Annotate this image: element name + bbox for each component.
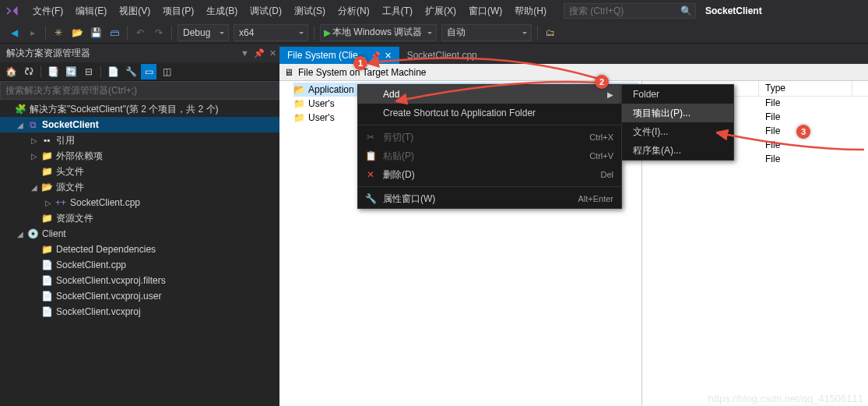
annotation-2: 2 — [595, 75, 609, 89]
folder-icon: 📁 — [293, 98, 305, 109]
view-class-button[interactable]: ◫ — [159, 64, 174, 79]
cm-label: 粘贴(P) — [383, 150, 414, 163]
save-button[interactable]: 💾 — [87, 24, 104, 41]
wrench-icon: 🔧 — [364, 193, 377, 204]
pending-button[interactable]: 📑 — [45, 64, 61, 79]
menu-tools[interactable]: 工具(T) — [376, 3, 419, 19]
debug-target-dropdown[interactable]: 自动 — [441, 24, 532, 41]
tab-filesystem[interactable]: File System (Clie... 📌 ✕ — [279, 47, 399, 64]
file-node[interactable]: 📄 SocketClient.cpp — [0, 257, 279, 273]
sub-assembly[interactable]: 程序集(A)... — [622, 141, 733, 160]
menu-window[interactable]: 窗口(W) — [462, 3, 508, 19]
cm-properties[interactable]: 🔧 属性窗口(W) Alt+Enter — [358, 189, 621, 208]
explorer-search[interactable] — [0, 81, 279, 100]
explorer-search-input[interactable] — [5, 85, 274, 96]
explorer-toolbar: 🏠 🗘 📑 🔄 ⊟ 📄 🔧 ▭ ◫ — [0, 62, 279, 81]
preview-button[interactable]: ▭ — [141, 64, 156, 79]
start-debug-button[interactable]: ▶ 本地 Windows 调试器 — [320, 24, 437, 41]
project-icon: ⧉ — [26, 118, 39, 131]
sync-button[interactable]: 🗘 — [21, 64, 37, 79]
menu-help[interactable]: 帮助(H) — [508, 3, 553, 19]
home-button[interactable]: 🏠 — [3, 64, 19, 79]
references-node[interactable]: ▷ ▪▪ 引用 — [0, 132, 279, 148]
node-label: 资源文件 — [56, 212, 93, 225]
close-icon[interactable]: ✕ — [269, 48, 276, 58]
menu-analyze[interactable]: 分析(N) — [332, 3, 376, 19]
folder-icon: 📁 — [40, 165, 53, 178]
node-label: 引用 — [56, 134, 75, 147]
refresh-button[interactable]: 🔄 — [63, 64, 79, 79]
sub-file[interactable]: 文件(I)... — [622, 122, 733, 141]
back-button[interactable]: ◀ — [5, 24, 23, 41]
dropdown-icon[interactable]: ▼ — [241, 48, 249, 58]
cm-add[interactable]: Add ▶ — [358, 85, 621, 104]
tab-cpp[interactable]: SocketClient.cpp — [399, 47, 485, 64]
play-icon: ▶ — [324, 27, 331, 38]
redo-button[interactable]: ↷ — [150, 24, 167, 41]
menu-view[interactable]: 视图(V) — [113, 3, 156, 19]
menu-project[interactable]: 项目(P) — [156, 3, 200, 19]
file-node[interactable]: 📄 SocketClient.vcxproj.filters — [0, 273, 279, 288]
file-node[interactable]: 📄 SocketClient.vcxproj.user — [0, 288, 279, 304]
sub-project-output[interactable]: 项目输出(P)... — [622, 104, 733, 122]
menu-build[interactable]: 生成(B) — [200, 3, 244, 19]
cm-label: Create Shortcut to Application Folder — [383, 108, 536, 118]
menubar: 文件(F) 编辑(E) 视图(V) 项目(P) 生成(B) 调试(D) 测试(S… — [0, 0, 868, 22]
source-file-node[interactable]: ▷ ++ SocketClient.cpp — [0, 195, 279, 210]
context-menu[interactable]: Add ▶ Create Shortcut to Application Fol… — [357, 84, 622, 209]
file-node[interactable]: 📄 SocketClient.vcxproj — [0, 304, 279, 320]
cm-label: 程序集(A)... — [633, 144, 681, 157]
node-label: 外部依赖项 — [56, 150, 103, 163]
collapse-button[interactable]: ⊟ — [81, 64, 97, 79]
cm-label: 剪切(T) — [383, 131, 413, 144]
forward-button[interactable]: ▸ — [24, 24, 41, 41]
folder-icon: 📁 — [293, 112, 305, 123]
col-type[interactable]: Type — [759, 81, 852, 96]
headers-node[interactable]: 📁 头文件 — [0, 164, 279, 179]
menu-debug[interactable]: 调试(D) — [244, 3, 288, 19]
shortcut-text: Ctrl+X — [558, 132, 613, 142]
properties-button[interactable]: 🔧 — [123, 64, 139, 79]
cm-label: 项目输出(P)... — [633, 107, 691, 120]
sub-folder[interactable]: Folder — [622, 85, 733, 104]
node-label: Detected Dependencies — [56, 244, 156, 255]
pin-icon[interactable]: 📌 — [254, 48, 265, 58]
solution-node[interactable]: 🧩 解决方案"SocketClient"(第 2 个项目，共 2 个) — [0, 101, 279, 117]
solution-tree[interactable]: 🧩 解决方案"SocketClient"(第 2 个项目，共 2 个) ◢ ⧉ … — [0, 100, 279, 406]
close-icon[interactable]: ✕ — [385, 51, 392, 61]
undo-button[interactable]: ↶ — [132, 24, 149, 41]
quick-launch[interactable]: 🔍 — [564, 3, 696, 19]
cm-label: 文件(I)... — [633, 125, 668, 139]
menu-test[interactable]: 测试(S) — [288, 3, 332, 19]
show-all-button[interactable]: 📄 — [105, 64, 121, 79]
project-client[interactable]: ◢ 💿 Client — [0, 226, 279, 242]
add-submenu[interactable]: Folder 项目输出(P)... 文件(I)... 程序集(A)... — [621, 84, 734, 161]
annotation-3: 3 — [796, 125, 810, 139]
pin-icon[interactable]: 📌 — [371, 51, 380, 60]
sources-node[interactable]: ◢ 📂 源文件 — [0, 179, 279, 195]
detected-deps-node[interactable]: 📁 Detected Dependencies — [0, 242, 279, 257]
registry-editor-button[interactable]: 🗂 — [542, 24, 559, 41]
node-label: 头文件 — [56, 165, 84, 178]
solution-explorer: 解决方案资源管理器 ▼ 📌 ✕ 🏠 🗘 📑 🔄 ⊟ 📄 🔧 ▭ ◫ — [0, 44, 279, 406]
menu-edit[interactable]: 编辑(E) — [69, 3, 113, 19]
new-project-button[interactable]: ✳ — [50, 24, 67, 41]
cm-create-shortcut[interactable]: Create Shortcut to Application Folder — [358, 104, 621, 122]
tab-label: SocketClient.cpp — [407, 50, 477, 61]
search-icon: 🔍 — [680, 5, 692, 16]
document-tabs: File System (Clie... 📌 ✕ SocketClient.cp… — [279, 44, 868, 64]
external-deps-node[interactable]: ▷ 📁 外部依赖项 — [0, 148, 279, 164]
config-dropdown[interactable]: Debug — [177, 24, 229, 41]
folder-icon: 📁 — [40, 212, 53, 224]
node-label: SocketClient.cpp — [70, 197, 140, 208]
resources-node[interactable]: 📁 资源文件 — [0, 210, 279, 226]
menu-extensions[interactable]: 扩展(X) — [419, 3, 462, 19]
quick-launch-input[interactable] — [569, 5, 691, 16]
menu-file[interactable]: 文件(F) — [26, 3, 69, 19]
cm-delete[interactable]: ✕ 删除(D) Del — [358, 165, 621, 184]
save-all-button[interactable]: 🗃 — [106, 24, 123, 41]
vs-logo-icon — [5, 4, 19, 18]
platform-dropdown[interactable]: x64 — [234, 24, 308, 41]
project-socketclient[interactable]: ◢ ⧉ SocketClient — [0, 117, 279, 132]
open-button[interactable]: 📂 — [69, 24, 86, 41]
